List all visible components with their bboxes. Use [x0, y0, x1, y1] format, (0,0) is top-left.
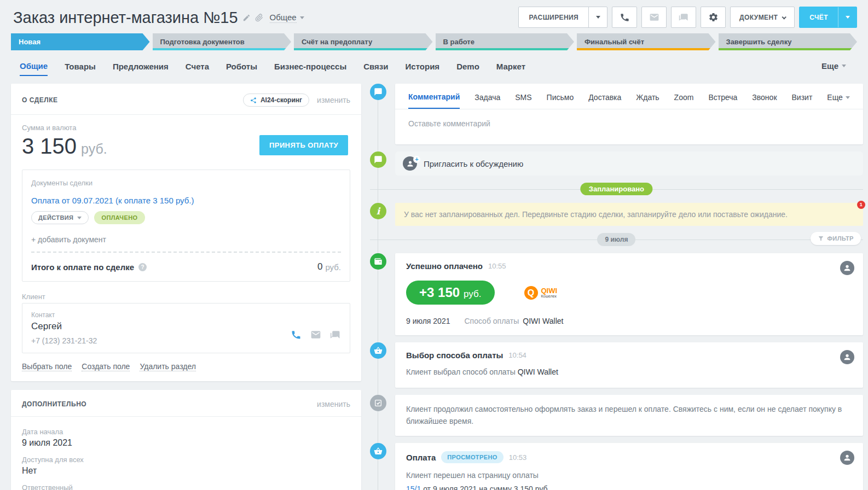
tab-bizproc[interactable]: Бизнес-процессы [274, 62, 346, 75]
avatar[interactable] [840, 350, 854, 364]
contact-phone[interactable]: +7 (123) 231-21-32 [31, 336, 97, 345]
method-value: QIWI Wallet [523, 317, 563, 325]
add-document-link[interactable]: + добавить документ [31, 235, 341, 244]
delete-section-link[interactable]: Удалить раздел [140, 362, 196, 371]
ctab-email[interactable]: Письмо [547, 93, 574, 108]
chevron-down-icon [842, 65, 846, 67]
chevron-down-icon [782, 15, 786, 19]
ctab-wait[interactable]: Ждать [636, 93, 659, 108]
notification-count-badge: 1 [857, 201, 865, 209]
divider [31, 252, 341, 253]
ctab-meeting[interactable]: Встреча [708, 93, 737, 108]
invoice-dropdown[interactable] [838, 7, 857, 27]
date-divider: 9 июля ФИЛЬТР [370, 233, 863, 246]
avatar[interactable] [840, 261, 854, 275]
edit-title-icon[interactable] [242, 14, 251, 22]
ctab-sms[interactable]: SMS [515, 93, 531, 108]
document-label: ДОКУМЕНТ [739, 14, 778, 21]
select-field-link[interactable]: Выбрать поле [22, 362, 72, 371]
phone-icon [620, 12, 630, 22]
tab-market[interactable]: Маркет [496, 62, 525, 75]
amount-label: Сумма и валюта [22, 124, 350, 132]
avatar[interactable] [840, 451, 854, 465]
tab-quotes[interactable]: Предложения [113, 62, 169, 75]
document-actions-button[interactable]: ДЕЙСТВИЯ [31, 211, 89, 224]
event-payment-method: Выбор способа оплаты 10:54 Клиент выбрал… [395, 342, 863, 388]
invite-to-discussion[interactable]: + Пригласить к обсуждению [395, 151, 863, 176]
tab-history[interactable]: История [406, 62, 440, 75]
ctab-delivery[interactable]: Доставка [588, 93, 621, 108]
chat-icon [679, 12, 689, 22]
tab-invoices[interactable]: Счета [186, 62, 209, 75]
mail-icon [649, 12, 659, 22]
stage-label: Завершить сделку [726, 38, 792, 46]
create-field-link[interactable]: Создать поле [82, 362, 130, 371]
email-button[interactable] [641, 7, 667, 28]
accept-payment-button[interactable]: ПРИНЯТЬ ОПЛАТУ [259, 135, 348, 155]
extensions-dropdown[interactable] [588, 7, 607, 27]
payment-document-link[interactable]: Оплата от 09.07.2021 (к оплате 3 150 руб… [31, 196, 194, 205]
edit-section-link[interactable]: изменить [317, 400, 350, 409]
actions-label: ДЕЙСТВИЯ [38, 214, 73, 221]
settings-button[interactable] [701, 7, 726, 28]
ctab-comment[interactable]: Комментарий [408, 92, 460, 109]
ctab-task[interactable]: Задача [474, 93, 500, 108]
viewed-badge: ПРОСМОТРЕНО [441, 451, 503, 463]
page-title: Заказ интернет-магазина №15 [13, 9, 238, 27]
tab-demo[interactable]: Demo [456, 62, 479, 75]
ctab-more-button[interactable]: Еще [827, 93, 850, 108]
tab-general[interactable]: Общие [20, 61, 48, 76]
stage-close[interactable]: Завершить сделку [719, 33, 858, 50]
event-time: 10:54 [508, 351, 526, 359]
composer-tabs: Комментарий Задача SMS Письмо Доставка Ж… [395, 84, 863, 109]
chevron-down-icon [846, 96, 850, 99]
about-deal-card: О СДЕЛКЕ AI24-скоринг изменить Сумма и в… [11, 84, 361, 381]
tab-products[interactable]: Товары [65, 62, 96, 75]
filter-label: ФИЛЬТР [828, 235, 854, 242]
invoice-label: СЧЁТ [800, 14, 838, 21]
section-title: ДОПОЛНИТЕЛЬНО [22, 400, 309, 408]
pipeline-stages: Новая Подготовка документов Счёт на пред… [11, 33, 857, 50]
plus-icon: + [413, 156, 420, 163]
stage-label: Счёт на предоплату [302, 38, 372, 46]
invoice-button[interactable]: СЧЁТ [799, 7, 857, 28]
event-time: 10:53 [509, 453, 527, 462]
chevron-down-icon [846, 16, 850, 19]
stage-inwork[interactable]: В работе [436, 33, 575, 50]
call-button[interactable] [612, 7, 637, 28]
ctab-visit[interactable]: Визит [792, 93, 813, 108]
ctab-call[interactable]: Звонок [752, 93, 777, 108]
contact-name-link[interactable]: Сергей [31, 321, 97, 332]
field-value: 9 июля 2021 [22, 438, 350, 448]
tab-links[interactable]: Связи [363, 62, 388, 75]
stage-final-invoice[interactable]: Финальный счёт [577, 33, 716, 50]
chat-icon[interactable] [330, 329, 341, 340]
filter-button[interactable]: ФИЛЬТР [811, 232, 861, 245]
tabs-more-button[interactable]: Еще [821, 61, 846, 71]
event-title: Оплата [406, 453, 436, 462]
basket-icon [370, 443, 386, 459]
ctab-zoom[interactable]: Zoom [674, 93, 694, 108]
section-title: О СДЕЛКЕ [22, 96, 243, 104]
comment-input[interactable]: Оставьте комментарий [395, 109, 863, 144]
ai-scoring-button[interactable]: AI24-скоринг [243, 94, 309, 107]
stage-new[interactable]: Новая [11, 33, 150, 50]
extensions-button[interactable]: РАСШИРЕНИЯ [518, 7, 607, 28]
basket-icon [370, 342, 386, 359]
scope-selector[interactable]: Общее [270, 13, 304, 23]
stage-prepay[interactable]: Счёт на предоплату [294, 33, 433, 50]
stage-docs[interactable]: Подготовка документов [153, 33, 292, 50]
tab-robots[interactable]: Роботы [226, 62, 257, 75]
phone-icon[interactable] [291, 329, 302, 340]
order-link[interactable]: 15/1 [406, 485, 421, 490]
qiwi-q-icon: Q [524, 286, 538, 300]
help-icon[interactable]: ? [138, 263, 147, 271]
date-badge: 9 июля [597, 233, 635, 246]
edit-section-link[interactable]: изменить [317, 96, 350, 104]
mail-icon[interactable] [310, 329, 321, 340]
contact-card: Контакт Сергей +7 (123) 231-21-32 [22, 303, 350, 353]
deal-amount: 3 150руб. [22, 134, 107, 159]
chat-button[interactable] [671, 7, 696, 28]
document-button[interactable]: ДОКУМЕНТ [730, 7, 795, 28]
copy-link-icon[interactable] [255, 14, 263, 22]
